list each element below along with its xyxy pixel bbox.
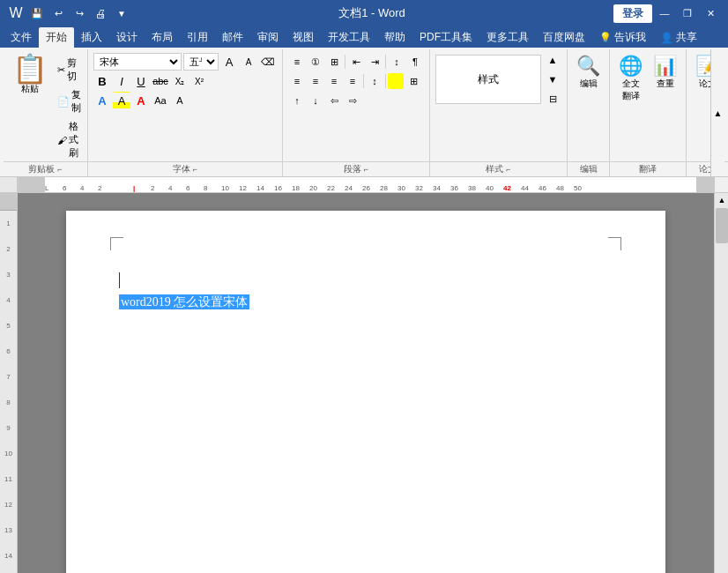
para-extra2[interactable]: ↓ [307,92,324,109]
menu-file[interactable]: 文件 [4,27,39,48]
translation-group: 🌐 全文翻译 📊 查重 翻译 [610,49,687,176]
undo-btn[interactable]: ↩ [49,4,67,22]
char-spacing-btn[interactable]: Aa [152,92,169,109]
cut-label: 剪切 [67,56,81,83]
subscript-btn[interactable]: X₂ [171,72,189,90]
menu-layout[interactable]: 布局 [145,27,180,48]
font-color2-btn[interactable]: A [171,92,189,109]
menu-help[interactable]: 帮助 [377,27,412,48]
menu-design[interactable]: 设计 [109,27,145,48]
line-spacing-btn[interactable]: ↕ [366,72,383,90]
italic-button[interactable]: I [113,72,130,90]
ruler-container: L 6 4 2 | 2 4 6 8 10 12 14 16 18 20 22 2… [0,177,728,193]
find-btn[interactable]: 🔍 编辑 [573,53,604,92]
scroll-track[interactable] [715,207,728,573]
font-color-btn[interactable]: A [132,92,150,109]
document-area[interactable]: word2019 怎么设置宋体 [18,193,714,573]
check-duplicate-btn[interactable]: 📊 查重 [650,53,680,92]
borders-btn[interactable]: ⊞ [405,72,422,90]
styles-label: 样式 [478,72,499,87]
menu-pdf[interactable]: PDF工具集 [412,27,479,48]
customize-btn[interactable]: ▼ [113,4,130,22]
title-center: 文档1 - Word [130,5,613,21]
paste-icon: 📋 [12,55,48,83]
vertical-scrollbar[interactable]: ▲ ▼ [714,193,728,573]
text-effect-btn[interactable]: A [93,92,111,109]
vertical-ruler: 1 2 3 4 5 6 7 8 9 10 11 12 13 14 [0,193,18,573]
text-cursor [119,272,120,288]
menu-review[interactable]: 审阅 [250,27,286,48]
show-marks-btn[interactable]: ¶ [406,53,424,71]
paste-button[interactable]: 📋 粘贴 [7,53,53,97]
menu-share[interactable]: 👤共享 [653,27,704,48]
menu-insert[interactable]: 插入 [74,27,109,48]
redo-btn[interactable]: ↪ [71,4,88,22]
document-page[interactable]: word2019 怎么设置宋体 [66,211,665,573]
ribbon-tabs: 文件 开始 插入 设计 布局 引用 邮件 审阅 视图 开发工具 帮助 PDF工具… [0,26,728,48]
menu-home[interactable]: 开始 [39,27,74,48]
check-icon: 📊 [653,55,677,78]
font-size-select[interactable]: 五号 [183,53,219,71]
justify-btn[interactable]: ≡ [344,72,361,90]
ruler-scrollbar [714,177,728,192]
underline-button[interactable]: U [132,72,150,90]
menu-dev[interactable]: 开发工具 [321,27,377,48]
ruler-corner [0,177,18,192]
bullets-btn[interactable]: ≡ [288,53,306,71]
increase-indent-btn[interactable]: ⇥ [366,53,383,71]
selected-text[interactable]: word2019 怎么设置宋体 [119,294,249,309]
document-content[interactable]: word2019 怎么设置宋体 [119,294,613,310]
cut-button[interactable]: ✂剪切 [55,55,84,85]
para-extra3[interactable]: ⇦ [325,92,343,109]
format-painter-icon: 🖌 [57,135,67,145]
minimize-button[interactable]: — [654,4,675,23]
maximize-button[interactable]: ❐ [677,4,698,23]
align-center-btn[interactable]: ≡ [307,72,324,90]
format-painter-button[interactable]: 🖌格式刷 [55,118,84,161]
para-extra1[interactable]: ↑ [288,92,306,109]
login-button[interactable]: 登录 [613,4,652,23]
print-btn[interactable]: 🖨 [92,4,109,22]
bold-button[interactable]: B [93,72,111,90]
menu-view[interactable]: 视图 [286,27,321,48]
document-title: 文档1 - Word [338,5,405,21]
save-quick-btn[interactable]: 💾 [28,4,46,22]
scroll-thumb[interactable] [716,208,728,243]
font-label: 字体 ⌐ [88,161,282,176]
align-left-btn[interactable]: ≡ [288,72,306,90]
menu-baidu[interactable]: 百度网盘 [536,27,592,48]
paragraph-label: 段落 ⌐ [283,161,429,176]
close-button[interactable]: ✕ [700,4,721,23]
full-translate-btn[interactable]: 🌐 全文翻译 [615,53,646,104]
superscript-btn[interactable]: X² [190,72,208,90]
scroll-up-btn[interactable]: ▲ [715,193,728,207]
copy-label: 复制 [71,88,81,115]
shading-btn[interactable] [388,73,404,89]
translation-label: 翻译 [610,161,686,176]
numbering-btn[interactable]: ① [307,53,324,71]
styles-gallery[interactable]: 样式 [435,55,541,104]
translate-icon: 🌐 [619,55,643,78]
menu-references[interactable]: 引用 [180,27,215,48]
strikethrough-btn[interactable]: abc [152,72,169,90]
styles-expand[interactable]: ⊟ [544,90,561,108]
font-size-decrease-btn[interactable]: A [240,53,257,71]
menu-mail[interactable]: 邮件 [215,27,250,48]
font-size-increase-btn[interactable]: A [220,53,238,71]
multilevel-btn[interactable]: ⊞ [325,53,343,71]
clear-format-btn[interactable]: ⌫ [259,53,277,71]
styles-label: 样式 ⌐ [430,161,567,176]
menu-more[interactable]: 更多工具 [479,27,536,48]
title-bar: W 💾 ↩ ↪ 🖨 ▼ 文档1 - Word 登录 — ❐ ✕ [0,0,728,26]
align-right-btn[interactable]: ≡ [325,72,343,90]
styles-scroll-up[interactable]: ▲ [544,51,561,69]
styles-scroll-down[interactable]: ▼ [544,71,561,88]
decrease-indent-btn[interactable]: ⇤ [347,53,365,71]
menu-tellme[interactable]: 💡告诉我 [592,27,653,48]
copy-button[interactable]: 📄复制 [55,86,84,116]
font-family-select[interactable]: 宋体 [93,53,182,71]
text-highlight-btn[interactable]: A [113,92,130,109]
sort-btn[interactable]: ↕ [388,53,405,71]
para-extra4[interactable]: ⇨ [344,92,361,109]
ribbon-collapse-btn[interactable]: ▲ [710,49,724,176]
